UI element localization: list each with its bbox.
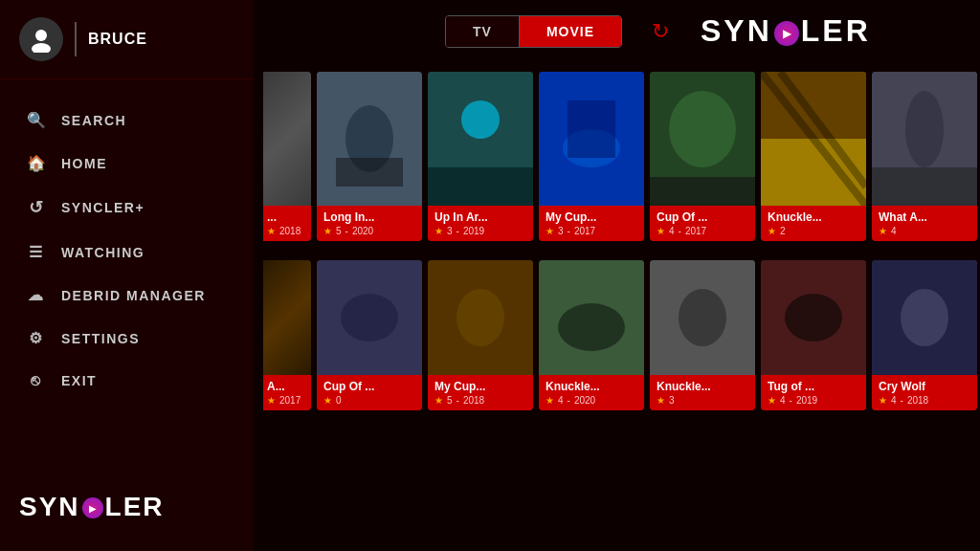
star-icon: ★: [267, 226, 276, 236]
movie-rating: 2: [780, 226, 786, 236]
movie-title: Knuckle...: [768, 210, 859, 224]
movie-rating: 4: [891, 395, 897, 406]
svg-point-20: [905, 91, 944, 167]
movie-title: ...: [267, 210, 307, 224]
movie-meta: ★ 4: [879, 226, 970, 236]
movie-title: Cry Wolf: [879, 380, 970, 393]
movie-info: Tug of ... ★ 4 - 2019: [761, 375, 866, 410]
svg-point-29: [558, 303, 625, 351]
movie-meta: ★ 4 - 2020: [546, 395, 637, 406]
star-icon: ★: [323, 395, 332, 406]
sidebar-exit-label: EXIT: [61, 373, 97, 388]
movie-rating: 3: [447, 226, 453, 236]
movie-thumbnail: [872, 72, 977, 206]
movie-meta: ★ 4 - 2018: [879, 395, 970, 406]
movie-meta: ★ 2: [768, 226, 859, 236]
svg-rect-15: [761, 72, 866, 139]
movie-meta: ★ 2018: [267, 226, 307, 236]
list-item[interactable]: Tug of ... ★ 4 - 2019: [761, 260, 866, 410]
movie-title: A...: [267, 380, 307, 393]
list-item[interactable]: Up In Ar... ★ 3 - 2019: [428, 72, 533, 241]
star-icon: ★: [768, 395, 776, 406]
sidebar-item-home[interactable]: 🏠 HOME: [0, 142, 254, 185]
sidebar: BRUCE 🔍 SEARCH 🏠 HOME ↺ SYNCLER+ ☰ WATCH…: [0, 0, 254, 551]
movie-meta: ★ 0: [323, 395, 415, 406]
list-item[interactable]: Cry Wolf ★ 4 - 2018: [872, 260, 977, 410]
header-logo-syn: SYN: [701, 13, 772, 49]
svg-point-0: [35, 30, 47, 41]
movie-year: 2018: [907, 395, 928, 406]
list-item[interactable]: Long In... ★ 5 - 2020: [317, 72, 422, 241]
movie-thumbnail: [872, 260, 977, 375]
list-item[interactable]: Knuckle... ★ 3: [650, 260, 755, 410]
movie-info: My Cup... ★ 3 - 2017: [539, 206, 644, 241]
movie-thumbnail: [317, 260, 422, 375]
list-item[interactable]: Knuckle... ★ 2: [761, 72, 866, 241]
movie-meta: ★ 5 - 2020: [323, 226, 415, 236]
header-logo-ler: LER: [801, 13, 871, 49]
tab-group: TV MOVIE: [445, 15, 622, 48]
list-item[interactable]: Knuckle... ★ 4 - 2020: [539, 260, 644, 410]
home-icon: 🏠: [27, 154, 46, 172]
sidebar-home-label: HOME: [61, 156, 107, 171]
user-profile[interactable]: BRUCE: [0, 0, 254, 79]
search-icon: 🔍: [27, 111, 46, 129]
list-item[interactable]: What A... ★ 4: [872, 72, 977, 241]
movie-row-2: A... ★ 2017 Cup Of ...: [263, 251, 980, 420]
movie-rating: 0: [336, 395, 342, 406]
movie-info: Knuckle... ★ 2: [761, 206, 866, 241]
movie-title: What A...: [879, 210, 970, 224]
sidebar-watching-label: WATCHING: [61, 245, 145, 260]
star-icon: ★: [768, 226, 776, 236]
list-item[interactable]: Cup Of ... ★ 4 - 2017: [650, 72, 755, 241]
movie-info: Knuckle... ★ 4 - 2020: [539, 375, 644, 410]
movie-title: Up In Ar...: [434, 210, 526, 224]
movie-rating: 4: [558, 395, 564, 406]
movie-rating: 3: [669, 395, 675, 406]
tab-tv[interactable]: TV: [446, 16, 520, 47]
list-item[interactable]: A... ★ 2017: [263, 260, 311, 410]
list-item[interactable]: Cup Of ... ★ 0: [317, 260, 422, 410]
movie-year: 2020: [574, 395, 595, 406]
refresh-button[interactable]: ↻: [645, 16, 676, 47]
movie-rating: 4: [780, 395, 786, 406]
main-content: TV MOVIE ↻ SYN LER ... ★ 2018: [254, 0, 980, 551]
sidebar-item-watching[interactable]: ☰ WATCHING: [0, 231, 254, 274]
movie-info: Cup Of ... ★ 0: [317, 375, 422, 410]
sidebar-nav: 🔍 SEARCH 🏠 HOME ↺ SYNCLER+ ☰ WATCHING ☁ …: [0, 79, 254, 482]
movie-info: My Cup... ★ 5 - 2018: [428, 375, 533, 410]
movie-thumbnail: [761, 260, 866, 375]
star-icon: ★: [434, 395, 443, 406]
sidebar-item-settings[interactable]: ⚙ SETTINGS: [0, 317, 254, 360]
star-icon: ★: [657, 395, 665, 406]
settings-icon: ⚙: [27, 329, 46, 347]
movie-title: Cup Of ...: [323, 380, 415, 393]
sidebar-item-exit[interactable]: ⎋ EXIT: [0, 360, 254, 402]
sidebar-item-debrid[interactable]: ☁ DEBRID MANAGER: [0, 274, 254, 317]
movie-meta: ★ 3: [657, 395, 748, 406]
list-item[interactable]: My Cup... ★ 3 - 2017: [539, 72, 644, 241]
star-icon: ★: [879, 395, 887, 406]
list-item[interactable]: My Cup... ★ 5 - 2018: [428, 260, 533, 410]
sidebar-item-search[interactable]: 🔍 SEARCH: [0, 99, 254, 142]
list-item[interactable]: ... ★ 2018: [263, 72, 311, 241]
movie-info: Up In Ar... ★ 3 - 2019: [428, 206, 533, 241]
movie-rating: 3: [558, 226, 564, 236]
svg-point-27: [457, 289, 504, 346]
movie-dash: -: [457, 226, 459, 236]
movie-title: Knuckle...: [546, 380, 637, 393]
movie-thumbnail: [761, 72, 866, 206]
sidebar-synclerplus-label: SYNCLER+: [61, 200, 145, 215]
exit-icon: ⎋: [27, 372, 46, 389]
svg-point-1: [32, 43, 51, 53]
star-icon: ★: [267, 395, 276, 406]
sidebar-debrid-label: DEBRID MANAGER: [61, 288, 206, 303]
movie-year: 2018: [463, 395, 484, 406]
sidebar-item-synclerplus[interactable]: ↺ SYNCLER+: [0, 185, 254, 231]
tab-movie[interactable]: MOVIE: [520, 16, 621, 47]
sidebar-logo-text2: LER: [105, 492, 165, 522]
sidebar-search-label: SEARCH: [61, 113, 126, 128]
movie-thumbnail: [539, 260, 644, 375]
svg-rect-4: [336, 158, 403, 187]
movie-year: 2020: [352, 226, 373, 236]
